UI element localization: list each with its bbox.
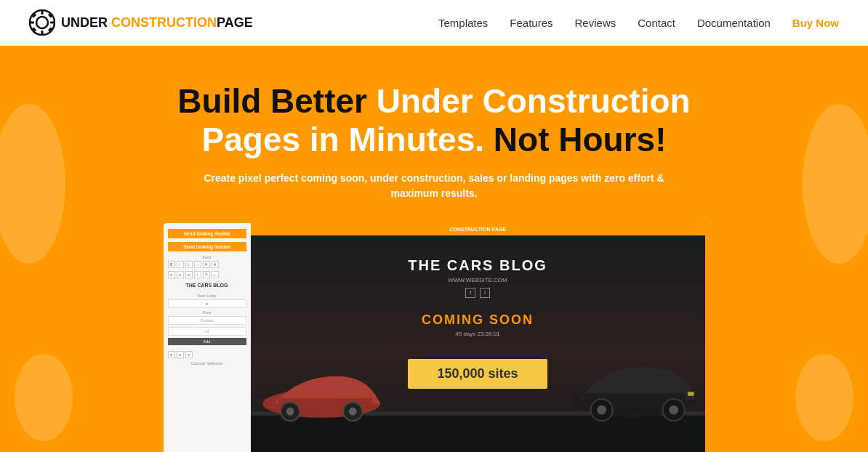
preview-top-bar-text: CONSTRUCTION PAGE (449, 227, 506, 232)
preview-content: THE CARS BLOG WWW.WEBSITE.COM f t COMING… (251, 235, 705, 389)
bold-btn[interactable]: B (168, 261, 175, 268)
svg-rect-4 (30, 22, 34, 24)
hero-title: Build Better Under Construction Pages in… (143, 82, 725, 159)
hero-section: Build Better Under Construction Pages in… (0, 46, 868, 452)
align-right-btn[interactable]: ≡ (185, 271, 193, 278)
arrow-btn[interactable]: → (194, 261, 201, 268)
nav: Templates Features Reviews Contact Docum… (438, 17, 839, 29)
sidebar-preview-name: THE CARS BLOG (168, 283, 246, 288)
x-btn1[interactable]: ✕ (203, 261, 210, 268)
preview-container: Send looking double Send looking license… (164, 223, 705, 452)
editor-section-header-2: Send looking license (168, 242, 246, 251)
x-btn2[interactable]: ✕ (212, 261, 219, 268)
editor-bottom-toolbar: ≡ ≡ ≡ Canvas Selector (168, 351, 246, 366)
t-btn[interactable]: T (203, 271, 210, 278)
editor-section-header-1: Send looking double (168, 229, 246, 238)
editor-preview: CONSTRUCTION PAGE (251, 223, 705, 452)
svg-rect-3 (41, 31, 44, 35)
facebook-icon: f (465, 288, 475, 298)
align-btn-c[interactable]: ≡ (185, 351, 193, 358)
preview-coming-soon: COMING SOON (422, 312, 534, 328)
nav-templates[interactable]: Templates (438, 17, 488, 29)
svg-point-17 (348, 408, 356, 416)
editor-sidebar: Send looking double Send looking license… (164, 223, 251, 452)
align-left-btn[interactable]: ≡ (168, 271, 175, 278)
sidebar-sub-section: Text Color ■ Font Roboto 14 Add (168, 294, 246, 345)
editor-font-label: Font (168, 255, 246, 259)
nav-documentation[interactable]: Documentation (697, 17, 771, 29)
size-field[interactable]: 14 (168, 327, 246, 336)
nav-reviews[interactable]: Reviews (575, 17, 616, 29)
svg-point-16 (286, 408, 294, 416)
editor-toolbar-2: ≡ ≡ ≡ ↑ T — (168, 271, 246, 278)
text-color-label: Text Color (168, 294, 246, 298)
up-btn[interactable]: ↑ (194, 271, 201, 278)
align-btn-b[interactable]: ≡ (177, 351, 184, 358)
nav-contact[interactable]: Contact (638, 17, 675, 29)
align-center-btn[interactable]: ≡ (177, 271, 184, 278)
logo[interactable]: UNDER CONSTRUCTIONPAGE (29, 9, 253, 36)
svg-point-23 (669, 405, 678, 414)
svg-point-1 (36, 17, 48, 28)
nav-features[interactable]: Features (510, 17, 552, 29)
svg-rect-24 (688, 392, 694, 395)
svg-rect-2 (41, 10, 44, 15)
logo-icon (29, 9, 55, 36)
nav-buy-now[interactable]: Buy Now (792, 17, 839, 29)
header: UNDER CONSTRUCTIONPAGE Templates Feature… (0, 0, 868, 46)
hero-subtitle: Create pixel perfect coming soon, under … (187, 171, 681, 201)
twitter-icon: t (480, 288, 490, 298)
preview-dark-area: THE CARS BLOG WWW.WEBSITE.COM f t COMING… (251, 235, 705, 452)
font-field[interactable]: Roboto (168, 316, 246, 325)
preview-top-bar: CONSTRUCTION PAGE (251, 223, 705, 235)
dash-btn[interactable]: — (212, 271, 219, 278)
svg-rect-10 (251, 415, 705, 452)
svg-point-22 (597, 405, 606, 414)
hero-content: Build Better Under Construction Pages in… (29, 82, 839, 452)
align-btn-a[interactable]: ≡ (168, 351, 175, 358)
canvas-selector-label: Canvas Selector (168, 361, 246, 366)
editor-toolbar: B I L → ✕ ✕ (168, 261, 246, 268)
preview-site-url: WWW.WEBSITE.COM (448, 277, 507, 283)
editor-toolbar-3: ≡ ≡ ≡ (168, 351, 246, 358)
link-btn[interactable]: L (185, 261, 193, 268)
font-label-2: Font (168, 310, 246, 315)
svg-rect-5 (50, 22, 55, 24)
preview-countdown: 45 days 23:26:01 (455, 331, 499, 337)
preview-social-icons: f t (465, 288, 490, 298)
preview-site-title: THE CARS BLOG (408, 257, 547, 274)
text-color-field[interactable]: ■ (168, 299, 246, 308)
logo-text: UNDER CONSTRUCTIONPAGE (61, 15, 253, 31)
add-button[interactable]: Add (168, 338, 246, 345)
italic-btn[interactable]: I (177, 261, 184, 268)
preview-badge: 150,000 sites (408, 359, 547, 389)
